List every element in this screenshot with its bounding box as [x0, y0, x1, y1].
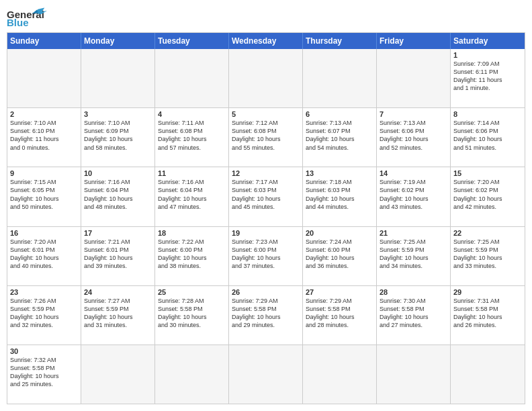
calendar-row: 16Sunrise: 7:20 AM Sunset: 6:01 PM Dayli… — [7, 227, 525, 286]
day-info: Sunrise: 7:30 AM Sunset: 5:58 PM Dayligh… — [380, 297, 447, 330]
day-number: 19 — [232, 229, 300, 237]
day-number: 8 — [453, 110, 522, 118]
day-info: Sunrise: 7:20 AM Sunset: 6:02 PM Dayligh… — [453, 178, 522, 211]
day-info: Sunrise: 7:18 AM Sunset: 6:03 PM Dayligh… — [306, 178, 373, 211]
calendar-cell: 13Sunrise: 7:18 AM Sunset: 6:03 PM Dayli… — [303, 167, 377, 226]
calendar-cell: 19Sunrise: 7:23 AM Sunset: 6:00 PM Dayli… — [229, 227, 303, 285]
day-number: 26 — [232, 288, 300, 296]
day-number: 24 — [84, 288, 152, 296]
day-info: Sunrise: 7:25 AM Sunset: 5:59 PM Dayligh… — [380, 238, 447, 271]
day-number: 10 — [84, 169, 152, 177]
calendar-cell: 11Sunrise: 7:16 AM Sunset: 6:04 PM Dayli… — [155, 167, 229, 226]
calendar-cell: 17Sunrise: 7:21 AM Sunset: 6:01 PM Dayli… — [81, 227, 155, 285]
day-number: 5 — [232, 110, 300, 118]
day-number: 11 — [158, 169, 226, 177]
calendar-row: 30Sunrise: 7:32 AM Sunset: 5:58 PM Dayli… — [7, 345, 525, 404]
calendar-cell: 22Sunrise: 7:25 AM Sunset: 5:59 PM Dayli… — [451, 227, 525, 285]
svg-text:Blue: Blue — [7, 17, 29, 28]
calendar: SundayMondayTuesdayWednesdayThursdayFrid… — [7, 32, 525, 404]
calendar-cell — [303, 345, 377, 404]
calendar-cell: 8Sunrise: 7:14 AM Sunset: 6:06 PM Daylig… — [451, 108, 525, 167]
day-info: Sunrise: 7:11 AM Sunset: 6:08 PM Dayligh… — [158, 119, 226, 152]
day-info: Sunrise: 7:26 AM Sunset: 5:59 PM Dayligh… — [10, 297, 78, 330]
day-info: Sunrise: 7:28 AM Sunset: 5:58 PM Dayligh… — [158, 297, 226, 330]
day-info: Sunrise: 7:17 AM Sunset: 6:03 PM Dayligh… — [232, 178, 300, 211]
calendar-row: 9Sunrise: 7:15 AM Sunset: 6:05 PM Daylig… — [7, 167, 525, 226]
day-info: Sunrise: 7:10 AM Sunset: 6:09 PM Dayligh… — [84, 119, 152, 152]
weekday-header: Thursday — [303, 33, 377, 49]
calendar-cell: 5Sunrise: 7:12 AM Sunset: 6:08 PM Daylig… — [229, 108, 303, 167]
calendar-body: 1Sunrise: 7:09 AM Sunset: 6:11 PM Daylig… — [7, 49, 525, 404]
calendar-cell: 27Sunrise: 7:29 AM Sunset: 5:58 PM Dayli… — [303, 286, 377, 345]
day-number: 3 — [84, 110, 152, 118]
calendar-header: SundayMondayTuesdayWednesdayThursdayFrid… — [7, 33, 525, 49]
day-number: 7 — [380, 110, 447, 118]
day-info: Sunrise: 7:25 AM Sunset: 5:59 PM Dayligh… — [453, 238, 522, 271]
calendar-cell: 14Sunrise: 7:19 AM Sunset: 6:02 PM Dayli… — [377, 167, 451, 226]
weekday-header: Saturday — [451, 33, 525, 49]
calendar-cell — [377, 49, 451, 107]
calendar-cell: 23Sunrise: 7:26 AM Sunset: 5:59 PM Dayli… — [7, 286, 81, 345]
calendar-cell: 12Sunrise: 7:17 AM Sunset: 6:03 PM Dayli… — [229, 167, 303, 226]
day-number: 12 — [232, 169, 300, 177]
calendar-cell: 4Sunrise: 7:11 AM Sunset: 6:08 PM Daylig… — [155, 108, 229, 167]
day-number: 13 — [306, 169, 373, 177]
day-info: Sunrise: 7:32 AM Sunset: 5:58 PM Dayligh… — [10, 356, 78, 389]
day-number: 25 — [158, 288, 226, 296]
weekday-header: Tuesday — [155, 33, 229, 49]
day-info: Sunrise: 7:14 AM Sunset: 6:06 PM Dayligh… — [453, 119, 522, 152]
day-info: Sunrise: 7:16 AM Sunset: 6:04 PM Dayligh… — [158, 178, 226, 211]
day-number: 18 — [158, 229, 226, 237]
day-number: 28 — [380, 288, 447, 296]
calendar-cell: 6Sunrise: 7:13 AM Sunset: 6:07 PM Daylig… — [303, 108, 377, 167]
weekday-header: Friday — [377, 33, 451, 49]
calendar-cell — [7, 49, 81, 107]
calendar-cell: 10Sunrise: 7:16 AM Sunset: 6:04 PM Dayli… — [81, 167, 155, 226]
day-info: Sunrise: 7:12 AM Sunset: 6:08 PM Dayligh… — [232, 119, 300, 152]
day-number: 27 — [306, 288, 373, 296]
calendar-cell: 18Sunrise: 7:22 AM Sunset: 6:00 PM Dayli… — [155, 227, 229, 285]
calendar-cell: 28Sunrise: 7:30 AM Sunset: 5:58 PM Dayli… — [377, 286, 451, 345]
day-number: 6 — [306, 110, 373, 118]
day-number: 14 — [380, 169, 447, 177]
logo: General Blue — [7, 7, 47, 27]
weekday-header: Wednesday — [229, 33, 303, 49]
day-info: Sunrise: 7:27 AM Sunset: 5:59 PM Dayligh… — [84, 297, 152, 330]
day-number: 15 — [453, 169, 522, 177]
day-info: Sunrise: 7:10 AM Sunset: 6:10 PM Dayligh… — [10, 119, 78, 152]
day-info: Sunrise: 7:29 AM Sunset: 5:58 PM Dayligh… — [306, 297, 373, 330]
day-info: Sunrise: 7:16 AM Sunset: 6:04 PM Dayligh… — [84, 178, 152, 211]
calendar-cell — [155, 345, 229, 404]
day-number: 21 — [380, 229, 447, 237]
calendar-cell: 9Sunrise: 7:15 AM Sunset: 6:05 PM Daylig… — [7, 167, 81, 226]
day-info: Sunrise: 7:29 AM Sunset: 5:58 PM Dayligh… — [232, 297, 300, 330]
calendar-cell: 7Sunrise: 7:13 AM Sunset: 6:06 PM Daylig… — [377, 108, 451, 167]
day-info: Sunrise: 7:15 AM Sunset: 6:05 PM Dayligh… — [10, 178, 78, 211]
day-number: 22 — [453, 229, 522, 237]
calendar-cell: 25Sunrise: 7:28 AM Sunset: 5:58 PM Dayli… — [155, 286, 229, 345]
calendar-cell: 24Sunrise: 7:27 AM Sunset: 5:59 PM Dayli… — [81, 286, 155, 345]
day-info: Sunrise: 7:23 AM Sunset: 6:00 PM Dayligh… — [232, 238, 300, 271]
calendar-cell — [377, 345, 451, 404]
day-info: Sunrise: 7:09 AM Sunset: 6:11 PM Dayligh… — [453, 60, 522, 93]
calendar-cell — [81, 49, 155, 107]
day-info: Sunrise: 7:13 AM Sunset: 6:07 PM Dayligh… — [306, 119, 373, 152]
day-info: Sunrise: 7:24 AM Sunset: 6:00 PM Dayligh… — [306, 238, 373, 271]
calendar-cell: 30Sunrise: 7:32 AM Sunset: 5:58 PM Dayli… — [7, 345, 81, 404]
day-number: 16 — [10, 229, 78, 237]
weekday-header: Monday — [81, 33, 155, 49]
logo-icon: General Blue — [7, 7, 47, 27]
weekday-header: Sunday — [7, 33, 81, 49]
day-number: 17 — [84, 229, 152, 237]
calendar-cell — [451, 345, 525, 404]
calendar-row: 1Sunrise: 7:09 AM Sunset: 6:11 PM Daylig… — [7, 49, 525, 108]
calendar-cell — [229, 345, 303, 404]
calendar-cell — [229, 49, 303, 107]
calendar-cell: 2Sunrise: 7:10 AM Sunset: 6:10 PM Daylig… — [7, 108, 81, 167]
day-info: Sunrise: 7:31 AM Sunset: 5:58 PM Dayligh… — [453, 297, 522, 330]
day-info: Sunrise: 7:21 AM Sunset: 6:01 PM Dayligh… — [84, 238, 152, 271]
calendar-cell: 29Sunrise: 7:31 AM Sunset: 5:58 PM Dayli… — [451, 286, 525, 345]
day-number: 30 — [10, 347, 78, 355]
day-info: Sunrise: 7:19 AM Sunset: 6:02 PM Dayligh… — [380, 178, 447, 211]
calendar-cell: 26Sunrise: 7:29 AM Sunset: 5:58 PM Dayli… — [229, 286, 303, 345]
